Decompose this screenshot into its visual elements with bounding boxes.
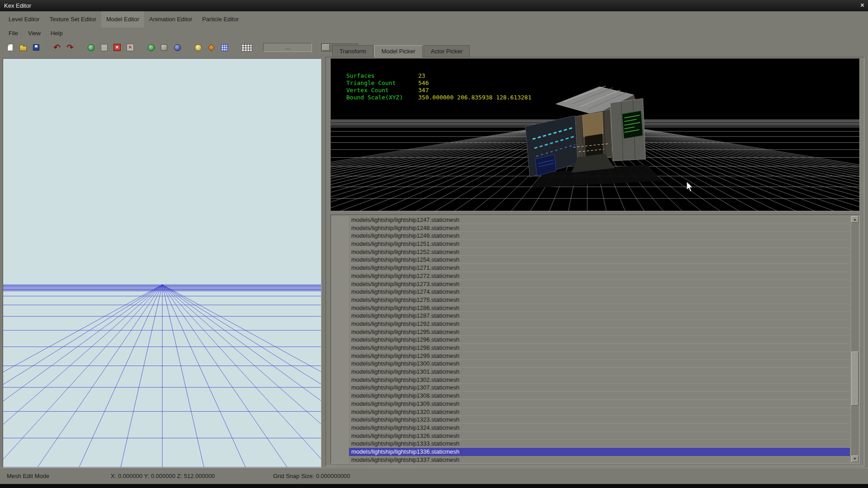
list-item[interactable]: models/lightship/lightship1247.staticmes… [349,216,850,224]
editor-tab-bar: Level Editor Texture Set Editor Model Ed… [0,11,868,28]
toolbar-ellipsis-field[interactable]: ... [263,43,312,52]
list-item[interactable]: models/lightship/lightship1308.staticmes… [349,392,850,400]
wireframe-toggle-icon [101,44,108,51]
model-preview-viewport[interactable]: Surfaces23 Triangle Count546 Vertex Coun… [330,58,860,211]
undo-button[interactable]: ↶ [52,42,62,53]
list-item[interactable]: models/lightship/lightship1323.staticmes… [349,416,850,424]
wireframe-toggle-button[interactable] [99,42,109,53]
level-viewport-canvas [3,59,321,467]
textures-toggle-button[interactable] [85,42,96,53]
list-item[interactable]: models/lightship/lightship1333.staticmes… [349,440,850,448]
open-file-icon [19,46,27,51]
close-button[interactable]: × [860,0,864,11]
status-grid-snap: Grid Snap Size: 0.000000000 [273,468,350,484]
tab-model-editor[interactable]: Model Editor [101,11,144,28]
status-bar: Mesh Edit Mode X: 0.000000 Y: 0.000000 Z… [0,468,868,484]
open-file-button[interactable] [18,42,28,53]
stat-vertex-count: Vertex Count347 [346,87,531,94]
redo-button[interactable]: ↷ [65,42,75,53]
list-item[interactable]: models/lightship/lightship1272.staticmes… [349,272,850,280]
stat-triangle-count: Triangle Count546 [346,80,531,87]
model-list-panel: models/lightship/lightship1247.staticmes… [330,215,860,464]
delete-icon: ✕ [113,44,121,51]
list-item[interactable]: models/lightship/lightship1309.staticmes… [349,400,850,408]
grid-toggle-button[interactable] [219,42,230,53]
tab-transform[interactable]: Transform [332,45,373,57]
list-item[interactable]: models/lightship/lightship1292.staticmes… [349,320,850,328]
scroll-down-button[interactable]: ▼ [851,455,859,462]
tab-particle-editor[interactable]: Particle Editor [197,11,244,28]
list-item[interactable]: models/lightship/lightship1287.staticmes… [349,312,850,320]
model-render [525,86,662,188]
menu-bar: File View Help [0,28,868,38]
status-coordinates: X: 0.000000 Y: 0.000000 Z: 512.000000 [111,468,215,484]
new-file-button[interactable] [5,42,15,53]
list-item[interactable]: models/lightship/lightship1296.staticmes… [349,336,850,344]
toolbar: ↶↷✕✕ ... [5,40,358,55]
scroll-thumb[interactable] [851,352,859,406]
toolbar-icons: ↶↷✕✕ [5,42,254,53]
delete-button[interactable]: ✕ [112,42,123,53]
face-mode-icon [161,44,167,51]
menu-view[interactable]: View [23,30,46,37]
grid-settings-icon [241,43,252,52]
mouse-cursor [687,182,693,192]
vertex-mode-icon [148,44,155,51]
light-toggle-icon [195,44,202,51]
list-item[interactable]: models/lightship/lightship1249.staticmes… [349,232,850,240]
bottom-strip [0,484,868,488]
list-item[interactable]: models/lightship/lightship1251.staticmes… [349,240,850,248]
list-item[interactable]: models/lightship/lightship1274.staticmes… [349,288,850,296]
status-mode: Mesh Edit Mode [7,468,49,484]
scroll-up-button[interactable]: ▲ [851,216,859,223]
list-item[interactable]: models/lightship/lightship1299.staticmes… [349,352,850,360]
menu-file[interactable]: File [4,30,23,37]
list-item[interactable]: models/lightship/lightship1301.staticmes… [349,368,850,376]
redo-icon: ↷ [66,44,74,51]
list-item[interactable]: models/lightship/lightship1307.staticmes… [349,384,850,392]
model-list: models/lightship/lightship1247.staticmes… [331,216,850,464]
list-item[interactable]: models/lightship/lightship1271.staticmes… [349,264,850,272]
clear-button[interactable]: ✕ [125,42,136,53]
list-item[interactable]: models/lightship/lightship1326.staticmes… [349,432,850,440]
list-item[interactable]: models/lightship/lightship1324.staticmes… [349,424,850,432]
list-item[interactable]: models/lightship/lightship1320.staticmes… [349,408,850,416]
menu-help[interactable]: Help [46,30,68,37]
grid-toggle-icon [221,44,228,51]
scrollbar[interactable]: ▲ ▼ [851,216,859,462]
list-item[interactable]: models/lightship/lightship1300.staticmes… [349,360,850,368]
face-mode-button[interactable] [159,42,170,53]
save-file-icon [33,44,39,51]
list-item[interactable]: models/lightship/lightship1295.staticmes… [349,328,850,336]
tab-model-picker[interactable]: Model Picker [374,45,423,57]
origin-toggle-button[interactable] [206,42,217,53]
list-item[interactable]: models/lightship/lightship1337.staticmes… [349,456,850,464]
tab-level-editor[interactable]: Level Editor [4,11,45,28]
tab-animation-editor[interactable]: Animation Editor [144,11,197,28]
list-item[interactable]: models/lightship/lightship1248.staticmes… [349,224,850,232]
new-file-icon [7,44,13,51]
object-mode-icon [174,44,181,51]
picker-tab-bar: Transform Model Picker Actor Picker [332,45,471,58]
slider-thumb[interactable] [322,44,330,51]
list-item[interactable]: models/lightship/lightship1275.staticmes… [349,296,850,304]
list-item[interactable]: models/lightship/lightship1286.staticmes… [349,304,850,312]
list-item[interactable]: models/lightship/lightship1252.staticmes… [349,248,850,256]
object-mode-button[interactable] [172,42,183,53]
vertex-mode-button[interactable] [146,42,156,53]
textures-toggle-icon [88,44,94,51]
light-toggle-button[interactable] [193,42,203,53]
grid-settings-button[interactable] [240,42,254,53]
list-item[interactable]: models/lightship/lightship1298.staticmes… [349,344,850,352]
list-item[interactable]: models/lightship/lightship1254.staticmes… [349,256,850,264]
list-item[interactable]: models/lightship/lightship1273.staticmes… [349,280,850,288]
undo-icon: ↶ [53,44,61,51]
level-viewport[interactable] [3,58,321,468]
list-item[interactable]: models/lightship/lightship1302.staticmes… [349,376,850,384]
list-item[interactable]: models/lightship/lightship1336.staticmes… [349,448,850,456]
save-file-button[interactable] [31,42,42,53]
window-title: Kex Editor [4,2,31,9]
tab-texture-set-editor[interactable]: Texture Set Editor [45,11,101,28]
tab-actor-picker[interactable]: Actor Picker [424,45,470,57]
level-grid [3,285,321,467]
